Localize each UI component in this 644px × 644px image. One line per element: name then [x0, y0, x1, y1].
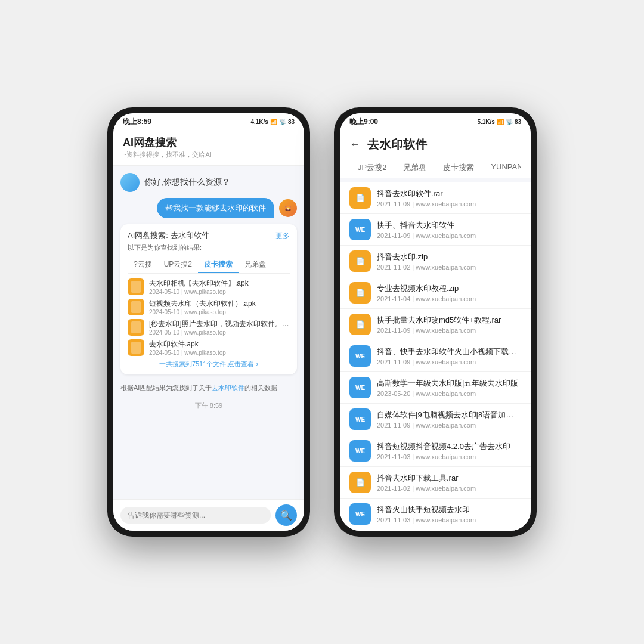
- right-file-meta: 2021-11-09 | www.xuebaipan.com: [377, 358, 521, 366]
- file-name-4: 去水印软件.apk: [149, 339, 290, 349]
- left-phone: 晚上8:59 4.1K/s 📶 📡 83 AI网盘搜索 ~资料搜得搜，找不准，交…: [107, 107, 310, 537]
- file-icon-2: [128, 299, 144, 315]
- left-app-title: AI网盘搜索: [123, 135, 295, 150]
- right-wifi-icon: 📡: [506, 119, 513, 125]
- list-item[interactable]: 📄 抖音去水印下载工具.rar 2021-11-02 | www.xuebaip…: [340, 467, 531, 499]
- right-header-top: ← 去水印软件: [349, 137, 521, 159]
- tab-yunso[interactable]: ?云搜: [128, 257, 158, 273]
- right-file-meta: 2021-11-09 | www.xuebaipan.com: [377, 327, 521, 334]
- left-screen: 晚上8:59 4.1K/s 📶 📡 83 AI网盘搜索 ~资料搜得搜，找不准，交…: [113, 113, 304, 531]
- file-icon-3: [128, 319, 144, 336]
- list-item[interactable]: WE 高斯数学一年级去水印版|五年级去水印版 2023-05-20 | www.…: [340, 372, 531, 404]
- right-file-icon: WE: [349, 408, 371, 430]
- left-status-bar: 晚上8:59 4.1K/s 📶 📡 83: [113, 113, 304, 131]
- file-info-4: 去水印软件.apk 2024-05-10 | www.pikaso.top: [149, 339, 290, 356]
- list-item[interactable]: 去水印相机【去水印软件】.apk 2024-05-10 | www.pikaso…: [128, 278, 290, 295]
- list-item[interactable]: WE Ai视频图片去水印神器HitPawWatermarkRemover2.1.…: [340, 530, 531, 531]
- network-speed: 4.1K/s: [250, 119, 268, 125]
- list-item[interactable]: 📄 专业去视频水印教程.zip 2021-11-04 | www.xuebaip…: [340, 277, 531, 309]
- right-tab-pika[interactable]: 皮卡搜索: [435, 159, 482, 178]
- right-file-icon: WE: [349, 219, 371, 240]
- user-message: 帮我找一款能够去水印的软件 🌄: [120, 198, 297, 218]
- right-header: ← 去水印软件 JP云搜2 兄弟盘 皮卡搜索 YUNPAN 学霸盘: [340, 131, 531, 178]
- file-meta-4: 2024-05-10 | www.pikaso.top: [149, 349, 290, 356]
- tab-up[interactable]: UP云搜2: [158, 257, 198, 273]
- list-item[interactable]: WE 自媒体软件|9电脑视频去水印|8语音加自幕 2021-11-09 | ww…: [340, 404, 531, 435]
- file-name-1: 去水印相机【去水印软件】.apk: [149, 278, 290, 289]
- right-file-info: 抖音去水印.zip 2021-11-02 | www.xuebaipan.com: [377, 252, 521, 271]
- right-tab-xiongdi[interactable]: 兄弟盘: [395, 159, 435, 178]
- left-status-icons: 4.1K/s 📶 📡 83: [250, 119, 295, 125]
- greeting-text: 你好,你想找什么资源？: [144, 177, 230, 188]
- right-file-info: 专业去视频水印教程.zip 2021-11-04 | www.xuebaipan…: [377, 283, 521, 302]
- back-button[interactable]: ←: [349, 138, 360, 151]
- ai-summary: 根据AI匹配结果为您找到了关于去水印软件的相关数据: [120, 383, 297, 393]
- right-file-icon: 📄: [349, 314, 371, 335]
- list-item[interactable]: WE 抖音、快手去水印软件火山小视频下载助手等多款工具集合 2021-11-09…: [340, 340, 531, 372]
- user-avatar: 🌄: [279, 199, 297, 217]
- right-file-name: 抖音去水印下载工具.rar: [377, 473, 521, 484]
- right-file-meta: 2021-11-03 | www.xuebaipan.com: [377, 453, 521, 460]
- search-button[interactable]: 🔍: [275, 504, 297, 526]
- file-info-2: 短视频去水印（去水印软件）.apk 2024-05-10 | www.pikas…: [149, 299, 290, 315]
- ai-result-title: AI网盘搜索: 去水印软件: [128, 230, 209, 241]
- right-file-info: 抖音短视频抖音视频4.2.0去广告去水印 2021-11-03 | www.xu…: [377, 441, 521, 460]
- right-file-info: 高斯数学一年级去水印版|五年级去水印版 2023-05-20 | www.xue…: [377, 378, 521, 397]
- ai-result-more[interactable]: 更多: [275, 231, 290, 241]
- file-meta-1: 2024-05-10 | www.pikaso.top: [149, 289, 290, 295]
- right-file-name: 抖音火山快手短视频去水印: [377, 504, 521, 515]
- list-item[interactable]: 📄 快手批量去水印改md5软件+教程.rar 2021-11-09 | www.…: [340, 309, 531, 340]
- left-time: 晚上8:59: [123, 117, 151, 127]
- chat-input[interactable]: [120, 507, 271, 524]
- chat-area: 你好,你想找什么资源？ 帮我找一款能够去水印的软件 🌄 AI网盘搜索: 去水印软…: [113, 166, 304, 499]
- file-name-2: 短视频去水印（去水印软件）.apk: [149, 299, 290, 309]
- right-tab-jp[interactable]: JP云搜2: [349, 159, 395, 178]
- right-phone: 晚上9:00 5.1K/s 📶 📡 83 ← 去水印软件 JP云搜2 兄弟盘 皮…: [334, 107, 537, 537]
- ai-result-header: AI网盘搜索: 去水印软件 更多: [128, 230, 290, 241]
- list-item[interactable]: 📄 抖音去水印.zip 2021-11-02 | www.xuebaipan.c…: [340, 246, 531, 277]
- right-file-info: 抖音去水印下载工具.rar 2021-11-02 | www.xuebaipan…: [377, 473, 521, 492]
- left-input-bar: 🔍: [113, 499, 304, 531]
- main-container: 晚上8:59 4.1K/s 📶 📡 83 AI网盘搜索 ~资料搜得搜，找不准，交…: [107, 107, 537, 537]
- right-file-meta: 2021-11-04 | www.xuebaipan.com: [377, 295, 521, 302]
- right-file-meta: 2021-11-02 | www.xuebaipan.com: [377, 264, 521, 271]
- left-app-subtitle: ~资料搜得搜，找不准，交给AI: [123, 150, 295, 159]
- right-file-icon: WE: [349, 440, 371, 462]
- list-item[interactable]: [秒去水印]照片去水印，视频去水印软件。不... 2024-05-10 | ww…: [128, 319, 290, 336]
- battery-left: 83: [288, 119, 295, 125]
- list-item[interactable]: 短视频去水印（去水印软件）.apk 2024-05-10 | www.pikas…: [128, 299, 290, 315]
- right-file-meta: 2021-11-09 | www.xuebaipan.com: [377, 422, 521, 429]
- left-file-list: 去水印相机【去水印软件】.apk 2024-05-10 | www.pikaso…: [128, 278, 290, 356]
- list-item[interactable]: 去水印软件.apk 2024-05-10 | www.pikaso.top: [128, 339, 290, 356]
- right-file-meta: 2021-11-09 | www.xuebaipan.com: [377, 232, 521, 239]
- list-item[interactable]: 📄 抖音去水印软件.rar 2021-11-09 | www.xuebaipan…: [340, 182, 531, 214]
- list-item[interactable]: WE 抖音短视频抖音视频4.2.0去广告去水印 2021-11-03 | www…: [340, 435, 531, 467]
- right-time: 晚上9:00: [349, 117, 378, 127]
- wifi-icon: 📡: [279, 119, 286, 125]
- right-tab-yunpan[interactable]: YUNPAN: [482, 159, 521, 178]
- right-file-info: 快手批量去水印改md5软件+教程.rar 2021-11-09 | www.xu…: [377, 315, 521, 334]
- right-file-info: 快手、抖音去水印软件 2021-11-09 | www.xuebaipan.co…: [377, 220, 521, 239]
- list-item[interactable]: WE 抖音火山快手短视频去水印 2021-11-03 | www.xuebaip…: [340, 499, 531, 530]
- right-file-meta: 2021-11-03 | www.xuebaipan.com: [377, 516, 521, 524]
- file-info-3: [秒去水印]照片去水印，视频去水印软件。不... 2024-05-10 | ww…: [149, 319, 290, 336]
- right-file-name: 抖音去水印软件.rar: [377, 188, 521, 199]
- right-file-name: 专业去视频水印教程.zip: [377, 283, 521, 294]
- list-item[interactable]: WE 快手、抖音去水印软件 2021-11-09 | www.xuebaipan…: [340, 214, 531, 246]
- right-battery: 83: [515, 119, 521, 125]
- ai-avatar: [120, 173, 140, 192]
- right-file-icon: WE: [349, 503, 371, 525]
- file-icon-4: [128, 339, 144, 356]
- greeting-message: 你好,你想找什么资源？: [120, 173, 297, 192]
- tab-pikaso[interactable]: 皮卡搜索: [198, 257, 239, 273]
- tab-xiongdi[interactable]: 兄弟盘: [239, 257, 272, 273]
- right-file-info: 抖音去水印软件.rar 2021-11-09 | www.xuebaipan.c…: [377, 188, 521, 208]
- right-file-name: 抖音短视频抖音视频4.2.0去广告去水印: [377, 441, 521, 452]
- right-status-bar: 晚上9:00 5.1K/s 📶 📡 83: [340, 113, 531, 131]
- left-tabs: ?云搜 UP云搜2 皮卡搜索 兄弟盘: [128, 257, 290, 274]
- right-network: 5.1K/s: [477, 119, 494, 125]
- total-count[interactable]: 一共搜索到7511个文件,点击查看 ›: [128, 360, 290, 369]
- right-file-icon: 📄: [349, 282, 371, 304]
- right-file-meta: 2021-11-02 | www.xuebaipan.com: [377, 485, 521, 492]
- file-meta-2: 2024-05-10 | www.pikaso.top: [149, 309, 290, 315]
